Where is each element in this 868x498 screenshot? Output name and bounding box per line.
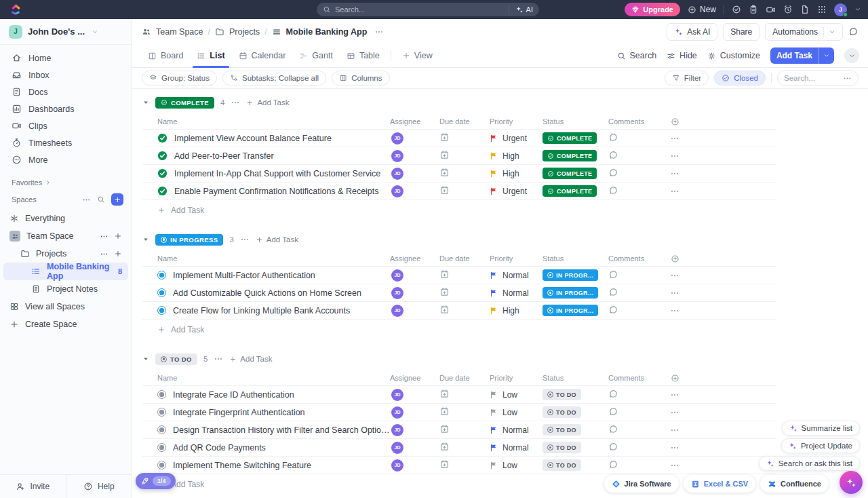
group-status-badge[interactable]: TO DO bbox=[155, 353, 197, 365]
column-header-status[interactable]: Status bbox=[542, 374, 608, 382]
column-header-comments[interactable]: Comments bbox=[608, 254, 665, 263]
clip-record-icon[interactable] bbox=[766, 5, 776, 15]
task-name[interactable]: Implement In-App Chat Support with Custo… bbox=[174, 169, 380, 178]
task-row[interactable]: Integrate Face ID Authentication JD Low … bbox=[142, 386, 776, 404]
add-column-icon[interactable] bbox=[671, 117, 679, 126]
assignee-avatar[interactable]: JD bbox=[391, 424, 403, 436]
row-menu-icon[interactable] bbox=[670, 288, 679, 298]
summarize-list-button[interactable]: Summarize list bbox=[782, 421, 860, 436]
row-menu-icon[interactable] bbox=[670, 169, 679, 178]
hide-button[interactable]: Hide bbox=[667, 51, 697, 60]
new-button[interactable]: New bbox=[688, 5, 716, 14]
global-search-bar[interactable]: AI bbox=[317, 3, 539, 16]
comment-icon[interactable] bbox=[608, 287, 618, 297]
sidebar-item-everything[interactable]: Everything bbox=[3, 210, 128, 227]
spaces-search-icon[interactable] bbox=[97, 195, 105, 204]
column-header-assignee[interactable]: Assignee bbox=[390, 117, 439, 126]
task-row[interactable]: Implement Theme Switching Feature JD Low… bbox=[142, 457, 776, 474]
row-menu-icon[interactable] bbox=[670, 461, 679, 470]
priority-flag-icon[interactable] bbox=[490, 134, 498, 142]
task-status-icon[interactable] bbox=[157, 306, 166, 315]
comment-icon[interactable] bbox=[608, 185, 618, 195]
priority-flag-icon[interactable] bbox=[490, 444, 498, 452]
columns-button[interactable]: Columns bbox=[332, 71, 389, 85]
view-search-button[interactable]: Search bbox=[617, 51, 657, 60]
add-view-button[interactable]: View bbox=[395, 44, 439, 67]
task-row[interactable]: Add Peer-to-Peer Transfer JD High COMPLE… bbox=[142, 147, 776, 165]
assignee-avatar[interactable]: JD bbox=[391, 287, 403, 299]
task-name[interactable]: Add Peer-to-Peer Transfer bbox=[174, 151, 274, 161]
priority-flag-icon[interactable] bbox=[490, 187, 498, 195]
task-status-icon[interactable] bbox=[157, 461, 166, 470]
comment-icon[interactable] bbox=[608, 150, 618, 160]
excel-csv-button[interactable]: Excel & CSV bbox=[684, 475, 755, 493]
assignee-avatar[interactable]: JD bbox=[391, 406, 403, 419]
status-pill[interactable]: TO DO bbox=[542, 459, 581, 471]
filter-button[interactable]: Filter bbox=[665, 71, 709, 85]
topbar-ai-button[interactable]: AI bbox=[509, 5, 533, 14]
due-date-icon[interactable] bbox=[439, 442, 450, 452]
task-row[interactable]: Add Customizable Quick Actions on Home S… bbox=[142, 284, 776, 302]
onboarding-progress-pill[interactable]: 1/4 bbox=[136, 473, 176, 489]
breadcrumb-space[interactable]: Team Space bbox=[156, 27, 203, 37]
group-status-badge[interactable]: COMPLETE bbox=[155, 97, 214, 109]
doc-icon[interactable] bbox=[800, 5, 810, 14]
column-header-assignee[interactable]: Assignee bbox=[390, 374, 439, 382]
task-status-icon[interactable] bbox=[157, 425, 166, 434]
invite-button[interactable]: Invite bbox=[0, 475, 66, 498]
spaces-menu-icon[interactable] bbox=[82, 195, 91, 204]
priority-flag-icon[interactable] bbox=[490, 391, 498, 399]
due-date-icon[interactable] bbox=[439, 389, 450, 399]
comment-icon[interactable] bbox=[608, 132, 618, 142]
task-status-icon[interactable] bbox=[157, 168, 167, 178]
status-pill[interactable]: IN PROGR... bbox=[542, 287, 598, 299]
task-row[interactable]: Implement Multi-Factor Authentication JD… bbox=[142, 267, 776, 284]
status-pill[interactable]: IN PROGR... bbox=[542, 269, 598, 281]
task-row[interactable]: Implement View Account Balance Feature J… bbox=[142, 130, 776, 147]
task-name[interactable]: Create Flow for Linking Multiple Bank Ac… bbox=[173, 306, 350, 315]
priority-flag-icon[interactable] bbox=[490, 170, 498, 178]
status-pill[interactable]: TO DO bbox=[542, 442, 581, 453]
task-name[interactable]: Add QR Code Payments bbox=[173, 443, 266, 453]
due-date-icon[interactable] bbox=[439, 424, 450, 434]
task-status-icon[interactable] bbox=[157, 408, 166, 417]
comment-icon[interactable] bbox=[608, 389, 618, 399]
comment-icon[interactable] bbox=[608, 168, 618, 178]
row-menu-icon[interactable] bbox=[670, 187, 679, 196]
task-name[interactable]: Add Customizable Quick Actions on Home S… bbox=[173, 288, 361, 298]
column-header-name[interactable]: Name bbox=[142, 117, 390, 126]
task-status-icon[interactable] bbox=[157, 271, 166, 280]
row-menu-icon[interactable] bbox=[670, 408, 679, 417]
column-header-due-date[interactable]: Due date bbox=[439, 117, 490, 126]
assignee-avatar[interactable]: JD bbox=[391, 442, 403, 454]
due-date-icon[interactable] bbox=[439, 287, 450, 297]
column-header-name[interactable]: Name bbox=[142, 374, 390, 382]
status-pill[interactable]: COMPLETE bbox=[542, 132, 597, 144]
add-column-icon[interactable] bbox=[671, 374, 679, 383]
sidebar-item-inbox[interactable]: Inbox bbox=[5, 66, 126, 83]
task-name[interactable]: Implement Theme Switching Feature bbox=[173, 461, 311, 470]
clickup-logo-icon[interactable] bbox=[9, 3, 22, 16]
breadcrumb-menu-icon[interactable] bbox=[374, 27, 384, 37]
column-header-status[interactable]: Status bbox=[542, 117, 608, 126]
customize-button[interactable]: Customize bbox=[707, 51, 760, 60]
due-date-icon[interactable] bbox=[439, 150, 450, 160]
list-search-field[interactable] bbox=[777, 70, 859, 86]
sidebar-item-mobile-banking-app[interactable]: Mobile Banking App 8 bbox=[3, 263, 128, 280]
column-header-priority[interactable]: Priority bbox=[490, 374, 542, 382]
row-menu-icon[interactable] bbox=[670, 425, 679, 435]
assignee-avatar[interactable]: JD bbox=[391, 150, 403, 162]
column-header-name[interactable]: Name bbox=[142, 254, 390, 263]
status-pill[interactable]: TO DO bbox=[542, 389, 581, 400]
sidebar-item-clips[interactable]: Clips bbox=[5, 117, 126, 134]
sidebar-item-create-space[interactable]: Create Space bbox=[3, 315, 128, 333]
task-row[interactable]: Design Transaction History with Filter a… bbox=[142, 421, 776, 439]
due-date-icon[interactable] bbox=[439, 459, 450, 470]
priority-flag-icon[interactable] bbox=[490, 307, 498, 315]
status-pill[interactable]: IN PROGR... bbox=[542, 305, 598, 316]
comment-icon[interactable] bbox=[608, 424, 618, 434]
column-header-priority[interactable]: Priority bbox=[490, 254, 542, 263]
due-date-icon[interactable] bbox=[439, 406, 450, 417]
due-date-icon[interactable] bbox=[439, 269, 450, 280]
status-pill[interactable]: COMPLETE bbox=[542, 168, 597, 179]
